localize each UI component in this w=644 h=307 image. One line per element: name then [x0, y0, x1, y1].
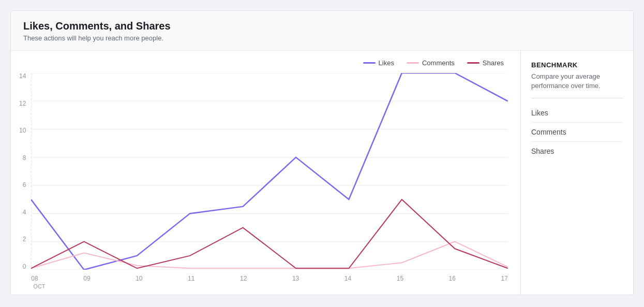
legend-shares-label: Shares [483, 59, 504, 67]
sidebar-item-likes[interactable]: Likes [531, 104, 623, 123]
main-card: Likes, Comments, and Shares These action… [10, 10, 634, 295]
legend-likes: Likes [363, 59, 394, 67]
sidebar-divider-1 [531, 98, 623, 98]
legend-shares: Shares [467, 59, 504, 67]
sidebar-item-comments[interactable]: Comments [531, 123, 623, 142]
chart-wrapper: 14 12 10 8 6 4 2 0 [19, 73, 508, 289]
y-label-4: 4 [23, 209, 26, 215]
y-label-12: 12 [19, 100, 26, 107]
x-label-17: 17 [501, 275, 508, 282]
y-label-10: 10 [19, 127, 26, 134]
likes-polyline [31, 73, 508, 270]
x-label-08: 08 [31, 275, 38, 282]
x-label-13: 13 [292, 275, 299, 282]
line-chart [31, 73, 508, 270]
card-header: Likes, Comments, and Shares These action… [11, 11, 633, 51]
x-label-11: 11 [188, 275, 194, 282]
card-subtitle: These actions will help you reach more p… [23, 34, 621, 42]
x-label-15: 15 [397, 275, 403, 282]
legend-likes-label: Likes [379, 59, 394, 67]
chart-svg: 08 09 10 11 12 13 14 15 16 17 OCT [31, 73, 508, 289]
likes-line-icon [363, 62, 376, 64]
shares-polyline [31, 199, 508, 268]
y-axis: 14 12 10 8 6 4 2 0 [19, 73, 31, 270]
legend-comments-label: Comments [422, 59, 455, 67]
y-label-2: 2 [23, 236, 26, 242]
x-label-14: 14 [345, 275, 351, 282]
card-title: Likes, Comments, and Shares [23, 20, 621, 32]
y-label-14: 14 [19, 73, 26, 79]
x-label-10: 10 [136, 275, 142, 282]
benchmark-sidebar: BENCHMARK Compare your average performan… [520, 51, 633, 295]
shares-line-icon [467, 62, 480, 64]
x-label-12: 12 [240, 275, 247, 282]
y-label-8: 8 [23, 155, 26, 161]
chart-area: Likes Comments Shares 14 12 10 8 6 [11, 51, 633, 295]
y-label-6: 6 [23, 182, 26, 188]
chart-container: Likes Comments Shares 14 12 10 8 6 [11, 51, 520, 295]
comments-line-icon [407, 62, 419, 64]
month-label: OCT [31, 283, 508, 289]
x-label-09: 09 [83, 275, 90, 282]
y-label-0: 0 [23, 264, 26, 270]
legend-comments: Comments [407, 59, 455, 67]
benchmark-description: Compare your average performance over ti… [531, 72, 623, 91]
legend: Likes Comments Shares [19, 59, 508, 67]
sidebar-item-shares[interactable]: Shares [531, 142, 623, 160]
benchmark-title: BENCHMARK [531, 61, 623, 69]
x-axis-row: 08 09 10 11 12 13 14 15 16 17 [31, 275, 508, 282]
x-label-16: 16 [449, 275, 456, 282]
